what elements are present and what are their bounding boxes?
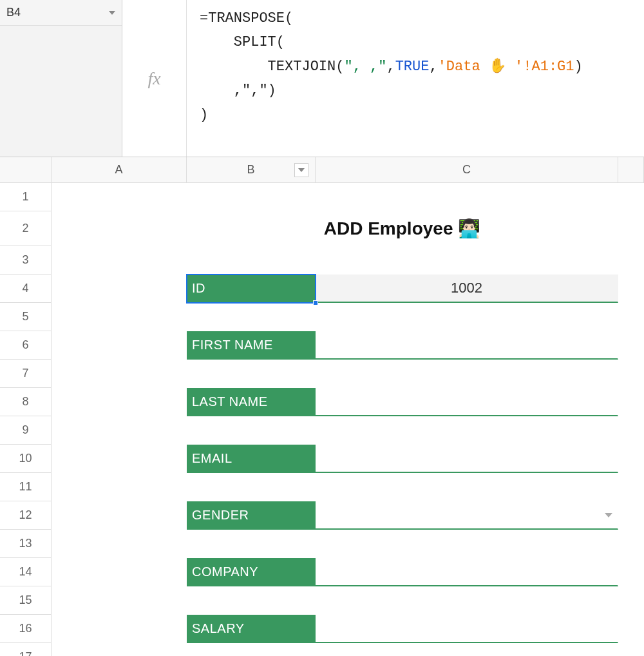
col-header-D[interactable]	[618, 157, 644, 183]
row-header[interactable]: 10	[0, 445, 52, 473]
salary-label-cell[interactable]: SALARY	[187, 615, 316, 643]
cell[interactable]	[618, 246, 644, 275]
cell[interactable]	[618, 501, 644, 530]
cell[interactable]	[187, 530, 316, 558]
last-name-value-cell[interactable]	[316, 388, 618, 416]
cell[interactable]	[316, 586, 618, 615]
row-header[interactable]: 2	[0, 211, 52, 246]
formula-input[interactable]: =TRANSPOSE( SPLIT( TEXTJOIN(", ,",TRUE,'…	[187, 0, 644, 157]
cell[interactable]	[618, 416, 644, 445]
gender-label-cell[interactable]: GENDER	[187, 501, 316, 530]
cell[interactable]	[316, 643, 618, 656]
cell[interactable]	[52, 246, 187, 275]
row-header[interactable]: 5	[0, 303, 52, 331]
cell[interactable]	[316, 246, 618, 275]
filter-icon[interactable]	[294, 163, 308, 177]
cell[interactable]	[187, 643, 316, 656]
row-header[interactable]: 11	[0, 473, 52, 501]
cell[interactable]	[187, 183, 316, 211]
cell[interactable]	[618, 530, 644, 558]
last-name-label-cell[interactable]: LAST NAME	[187, 388, 316, 416]
row-header[interactable]: 6	[0, 331, 52, 360]
row-header[interactable]: 16	[0, 615, 52, 643]
cell[interactable]	[52, 473, 187, 501]
row-header[interactable]: 15	[0, 586, 52, 615]
cell[interactable]	[52, 586, 187, 615]
cell[interactable]	[52, 416, 187, 445]
first-name-label-cell[interactable]: FIRST NAME	[187, 331, 316, 360]
table-row: 12 GENDER	[0, 501, 644, 530]
first-name-value-cell[interactable]	[316, 331, 618, 360]
cell[interactable]	[316, 303, 618, 331]
cell[interactable]	[618, 586, 644, 615]
cell[interactable]	[52, 558, 187, 586]
cell[interactable]	[52, 615, 187, 643]
cell[interactable]	[52, 275, 187, 303]
cell[interactable]	[187, 246, 316, 275]
cell[interactable]	[52, 211, 187, 246]
row-header[interactable]: 9	[0, 416, 52, 445]
cell[interactable]	[618, 211, 644, 246]
select-all-corner[interactable]	[0, 157, 52, 183]
cell[interactable]	[52, 331, 187, 360]
row-header[interactable]: 7	[0, 360, 52, 388]
cell[interactable]	[618, 183, 644, 211]
cell[interactable]	[52, 530, 187, 558]
cell[interactable]	[52, 360, 187, 388]
table-row: 8 LAST NAME	[0, 388, 644, 416]
cell[interactable]	[316, 183, 618, 211]
table-row: 10 EMAIL	[0, 445, 644, 473]
row-header[interactable]: 12	[0, 501, 52, 530]
cell[interactable]	[187, 416, 316, 445]
cell[interactable]	[187, 360, 316, 388]
cell[interactable]	[618, 643, 644, 656]
row-header[interactable]: 4	[0, 275, 52, 303]
company-label-cell[interactable]: COMPANY	[187, 558, 316, 586]
cell[interactable]	[52, 388, 187, 416]
chevron-down-icon	[298, 168, 305, 172]
name-box[interactable]: B4	[0, 0, 122, 26]
cell[interactable]	[187, 586, 316, 615]
cell[interactable]	[52, 183, 187, 211]
cell[interactable]	[52, 643, 187, 656]
selection-handle[interactable]	[313, 300, 318, 305]
col-header-C[interactable]: C	[316, 157, 618, 183]
gender-value-cell[interactable]	[316, 501, 618, 530]
email-value-cell[interactable]	[316, 445, 618, 473]
cell[interactable]	[316, 416, 618, 445]
row-header[interactable]: 17	[0, 643, 52, 656]
col-header-A[interactable]: A	[52, 157, 187, 183]
cell[interactable]	[618, 303, 644, 331]
id-label-cell[interactable]: ID	[187, 275, 316, 303]
cell[interactable]	[316, 473, 618, 501]
chevron-down-icon[interactable]	[109, 11, 115, 15]
cell[interactable]	[52, 501, 187, 530]
cell[interactable]	[187, 303, 316, 331]
company-value-cell[interactable]	[316, 558, 618, 586]
cell[interactable]	[618, 558, 644, 586]
cell[interactable]	[618, 275, 644, 303]
id-value-cell[interactable]: 1002	[316, 275, 618, 303]
cell[interactable]	[52, 445, 187, 473]
cell[interactable]	[316, 530, 618, 558]
chevron-down-icon[interactable]	[605, 513, 612, 517]
cell[interactable]	[316, 360, 618, 388]
cell[interactable]	[618, 388, 644, 416]
row-header[interactable]: 13	[0, 530, 52, 558]
cell[interactable]	[52, 303, 187, 331]
table-row: 9	[0, 416, 644, 445]
row-header[interactable]: 1	[0, 183, 52, 211]
cell[interactable]	[618, 445, 644, 473]
cell[interactable]	[618, 473, 644, 501]
cell[interactable]	[618, 615, 644, 643]
row-header[interactable]: 3	[0, 246, 52, 275]
col-header-B[interactable]: B	[187, 157, 316, 183]
salary-value-cell[interactable]	[316, 615, 618, 643]
email-label-cell[interactable]: EMAIL	[187, 445, 316, 473]
form-title[interactable]: ADD Employee 👨🏻‍💻	[187, 211, 618, 246]
row-header[interactable]: 14	[0, 558, 52, 586]
cell[interactable]	[187, 473, 316, 501]
cell[interactable]	[618, 331, 644, 360]
cell[interactable]	[618, 360, 644, 388]
row-header[interactable]: 8	[0, 388, 52, 416]
